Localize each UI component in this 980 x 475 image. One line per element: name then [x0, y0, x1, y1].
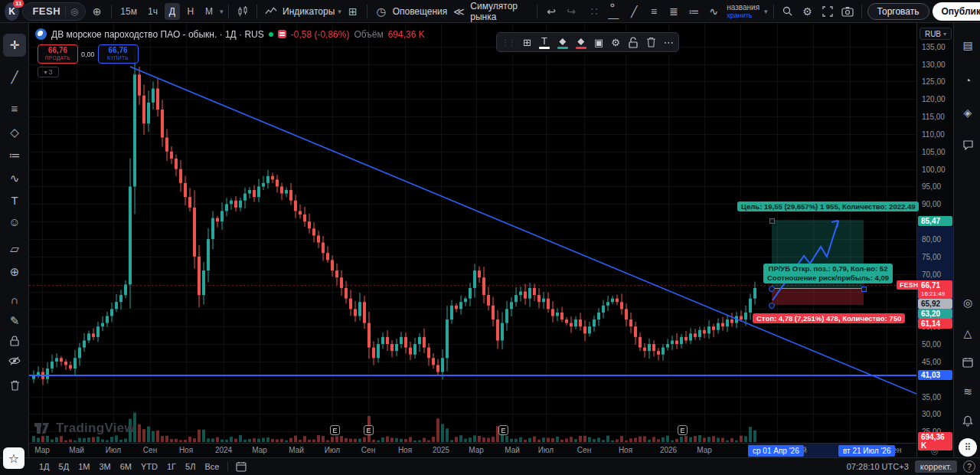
trend-line-icon[interactable]: ╱	[626, 2, 642, 21]
multichart-layout-icon[interactable]: ⊞	[345, 2, 361, 21]
alert-clock-icon[interactable]: ◷	[373, 2, 390, 21]
channel-lines-icon[interactable]: ≣	[665, 2, 682, 21]
text-color-icon[interactable]: T	[539, 36, 550, 49]
symbol-detail-icon[interactable]: ◎	[70, 6, 78, 17]
publish-button[interactable]: Опубликовать	[933, 2, 980, 21]
symbol-legend[interactable]: ДВ морское пароходство ПАО - обыкн. · 1Д…	[35, 28, 425, 40]
timeframe-1ч[interactable]: 1ч	[144, 3, 162, 20]
compare-add-icon[interactable]: ⊕	[89, 2, 106, 21]
position-target-label[interactable]: Цель: 19,55 (29,657%) 1 955, Количество:…	[737, 201, 919, 211]
range-YTD[interactable]: YTD	[137, 460, 162, 473]
arrow-marks-tool[interactable]: ∿	[3, 167, 26, 190]
help-icon[interactable]: ?	[963, 460, 975, 473]
quick-search-icon[interactable]	[779, 2, 796, 21]
earnings-marker[interactable]: E	[364, 425, 374, 435]
price-scale[interactable]: RUB ▾ 135,00130,00125,00120,00115,00110,…	[916, 23, 953, 457]
position-handle-right[interactable]	[861, 287, 867, 292]
horizontal-line-icon[interactable]: ⚬—	[606, 2, 622, 21]
fib-retracement-tool[interactable]: ≡	[3, 97, 26, 120]
indicators-chevron-icon[interactable]: ▾	[338, 8, 341, 15]
layout-save-link[interactable]: хранить	[727, 11, 760, 19]
prediction-tool[interactable]: ≔	[3, 144, 26, 167]
watchlist-icon[interactable]: ▤	[958, 35, 978, 55]
more-icon[interactable]: ⋯	[664, 38, 674, 48]
alerts-button[interactable]: Оповещения	[393, 6, 448, 17]
position-handle-stop[interactable]	[769, 303, 775, 309]
currency-chip[interactable]: RUB ▾	[920, 28, 952, 40]
fullscreen-icon[interactable]	[819, 2, 836, 21]
position-handle-topleft[interactable]	[769, 218, 775, 224]
notifications-bell-icon[interactable]	[958, 411, 978, 431]
legend-title[interactable]: ДВ морское пароходство ПАО - обыкн. · 1Д…	[51, 29, 264, 40]
sell-button[interactable]: 66,76 ПРОДАТЬ	[38, 44, 78, 64]
range-Все[interactable]: Все	[201, 460, 223, 473]
range-3М[interactable]: 3М	[95, 460, 114, 473]
layout-save-widget[interactable]: названия хранить	[727, 4, 760, 19]
redo-icon[interactable]: ↪	[563, 2, 580, 21]
indicators-icon[interactable]	[263, 2, 279, 21]
crosshair-tool[interactable]: ✛	[3, 34, 26, 57]
layout-chevron-icon[interactable]: ▾	[764, 8, 768, 15]
replay-button[interactable]: Симулятор рынка	[470, 1, 531, 22]
chat-icon[interactable]	[958, 135, 978, 155]
fib-lines-icon[interactable]: ≡	[645, 2, 662, 21]
object-tree-icon[interactable]: ◈	[958, 103, 978, 123]
chart-pane[interactable]: ДВ морское пароходство ПАО - обыкн. · 1Д…	[29, 23, 916, 457]
indicators-collapse-chip[interactable]: ▾3	[38, 67, 59, 77]
template-icon[interactable]: ⊞	[523, 38, 531, 48]
screenshot-camera-icon[interactable]	[839, 2, 856, 21]
earnings-marker[interactable]: E	[498, 425, 508, 435]
range-5Л[interactable]: 5Л	[181, 460, 199, 473]
text-tool[interactable]: T	[3, 188, 26, 211]
go-to-date-icon[interactable]	[233, 460, 250, 473]
remove-drawings-tool[interactable]	[3, 374, 26, 397]
indicators-button[interactable]: Индикаторы	[283, 6, 335, 17]
stroke-color-icon[interactable]: ⬥	[576, 36, 586, 49]
favorites-star-button[interactable]: ☆	[3, 447, 24, 469]
trend-line-tool[interactable]: ╱	[3, 66, 26, 89]
dotted-grid-icon[interactable]: ∷	[586, 2, 603, 21]
sliders-icon[interactable]: ≔	[685, 2, 702, 21]
position-pnl-label[interactable]: ПР/УБ Откр. поз.: 0,79, Кол-во: 52 Соотн…	[763, 264, 893, 283]
screener-radar-icon[interactable]: ◎	[958, 293, 978, 313]
range-6М[interactable]: 6М	[116, 460, 136, 473]
pattern-tool[interactable]: ◇	[3, 121, 26, 144]
time-axis[interactable]: МарМайИюлСенНоя2024МарМайИюлСенНоя2025Ма…	[29, 443, 916, 457]
earnings-marker[interactable]: E	[678, 425, 688, 435]
position-handle-entry[interactable]	[769, 286, 775, 292]
replay-icon[interactable]: ≪	[450, 2, 467, 21]
news-icon[interactable]: ≋	[958, 382, 978, 401]
settings-gear-icon[interactable]: ⚙	[611, 38, 620, 48]
ideas-icon[interactable]: △	[958, 323, 978, 343]
ruler-tool[interactable]: ▱	[3, 238, 26, 260]
calendar-icon[interactable]	[958, 352, 978, 372]
alerts-clock-icon[interactable]: ◔	[958, 70, 978, 90]
range-5Д[interactable]: 5Д	[55, 460, 74, 473]
position-stop-label[interactable]: Стоп: 4,78 (7,251%) 478, Количество: 750	[753, 313, 905, 323]
range-1Д[interactable]: 1Д	[35, 460, 54, 473]
user-avatar[interactable]: K 11	[5, 2, 19, 21]
adjust-data-chip[interactable]: коррект.	[915, 460, 957, 473]
range-start-badge[interactable]: ср 01 Апр '26	[748, 445, 804, 457]
earnings-marker[interactable]: E	[330, 425, 340, 435]
zoom-in-tool[interactable]: ⊕	[3, 260, 26, 283]
range-end-badge[interactable]: вт 21 Июл '26	[838, 445, 895, 457]
emoji-tool[interactable]: ☺	[3, 210, 26, 233]
zigzag-arrow-icon[interactable]: ∿	[705, 2, 722, 21]
timeframe-chevron-icon[interactable]: ▾	[220, 8, 224, 15]
apps-grid-icon[interactable]: ⠿	[959, 438, 977, 457]
lock-open-icon[interactable]	[628, 37, 639, 48]
scale-reset-icon[interactable]: ◎	[931, 446, 939, 456]
timeframe-Н[interactable]: Н	[183, 3, 198, 20]
symbol-search-box[interactable]: FESH ◎	[22, 2, 85, 21]
trash-icon[interactable]	[646, 37, 656, 48]
undo-icon[interactable]: ↩	[543, 2, 560, 21]
range-1Г[interactable]: 1Г	[163, 460, 180, 473]
hide-drawings-tool[interactable]	[3, 349, 26, 372]
settings-gear-icon[interactable]: ⚙	[799, 2, 816, 21]
clock[interactable]: 07:28:10 UTC+3	[847, 462, 909, 471]
timeframe-М[interactable]: М	[201, 3, 217, 20]
trade-button[interactable]: Торговать	[867, 3, 929, 20]
buy-button[interactable]: 66,76 КУПИТЬ	[98, 44, 139, 64]
timeframe-15м[interactable]: 15м	[116, 3, 141, 20]
